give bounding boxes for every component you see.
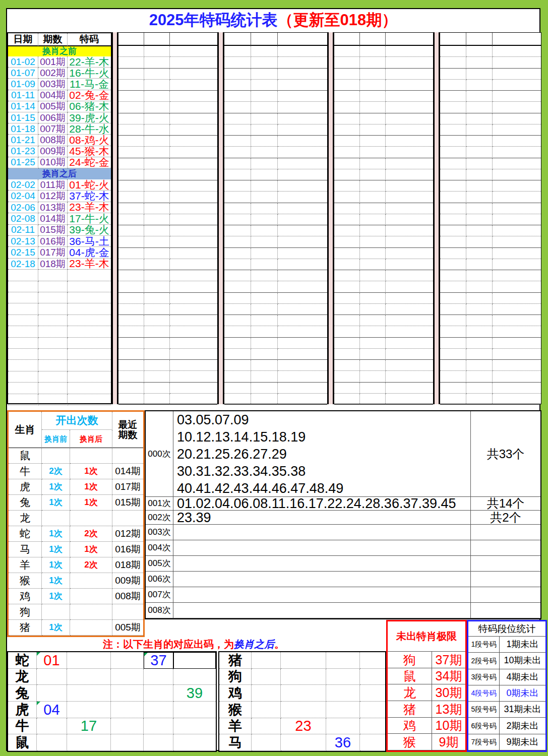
empty-grid-cell [278,360,327,371]
empty-grid-cell [251,80,278,91]
empty-grid-cell [386,113,433,124]
empty-grid-cell [493,124,541,136]
empty-grid-cell [386,203,433,214]
empty-grid-cell [493,113,541,124]
empty-grid-cell [493,203,541,214]
empty-grid-cell [144,304,170,315]
empty-grid-cell [440,304,466,315]
code-value-cell [173,718,216,735]
section-header-before: 换肖之前 [8,46,111,56]
empty-grid-cell [360,124,386,136]
empty-date-cell [8,303,38,314]
empty-code-cell [68,303,111,314]
empty-grid-cell [224,192,251,203]
empty-grid-cell [493,304,541,315]
numbers-cell [173,556,471,572]
empty-grid-cell [118,248,144,259]
empty-grid-cell [170,236,217,247]
empty-grid-cell [440,248,466,259]
total-cell [471,572,540,587]
empty-grid-cell [360,225,386,236]
empty-grid-cell [278,46,327,57]
date-cell: 01-21 [8,135,38,146]
recent-period-cell: 012期 [112,526,143,542]
special-code-cell: 06-猪-木 [68,101,111,112]
empty-code-cell [68,281,111,292]
empty-grid-cell [224,326,251,337]
zodiac-cell: 羊 [9,557,42,573]
period-cell: 004期 [38,90,68,101]
code-value-cell [144,669,173,685]
empty-grid-cell [224,349,251,360]
special-code-cell: 45-猴-木 [68,146,111,157]
empty-grid-cell [386,124,433,136]
count-label-cell: 000次 [146,411,173,497]
special-code-cell: 28-牛-水 [68,123,111,135]
empty-grid-cell [360,383,386,394]
empty-grid-cell [360,136,386,147]
empty-grid-cell [466,371,493,382]
empty-grid-cell [278,69,327,80]
empty-grid-cell [493,371,541,382]
empty-code-cell [68,349,111,360]
empty-grid-cell [118,315,144,326]
empty-grid-cell [334,371,360,382]
empty-grid-cell [386,80,433,91]
empty-grid-cell [466,236,493,247]
limit-periods-cell: 10期 [432,718,465,734]
after-col-header: 换肖后 [70,430,112,448]
empty-grid-cell [466,136,493,147]
empty-header-cell [466,33,493,46]
empty-grid-cell [251,349,278,360]
page-title: 2025年特码统计表（更新至018期） [7,9,539,31]
after-count-cell: 2次 [70,557,112,573]
empty-grid-cell [118,360,144,371]
empty-grid-cell [440,80,466,91]
segment-label-cell: 4段号码 [468,685,500,702]
empty-grid-cell [170,394,217,405]
count-label-cell: 007次 [146,587,173,603]
empty-grid-cell [440,124,466,136]
code-value-cell [252,734,281,751]
code-value-cell [326,685,360,702]
total-cell [471,587,540,603]
empty-grid-cell [334,147,360,158]
empty-grid-cell [224,147,251,158]
zodiac-cell: 马 [9,542,42,557]
empty-grid-cell [334,225,360,236]
empty-grid-cell [278,180,327,192]
date-cell: 02-02 [8,179,38,191]
title-main: 2025年特码统计表 [149,10,278,31]
empty-grid-cell [440,371,466,382]
empty-grid-cell [278,225,327,236]
note-prefix: 注：以下生肖的对应出码，为 [103,638,234,651]
empty-date-cell [8,371,38,383]
empty-grid-cell [440,136,466,147]
col-header-2: 特码 [68,33,111,46]
empty-period-cell [38,349,68,360]
empty-grid-cell [170,169,217,180]
after-count-cell: 2次 [70,526,112,542]
total-cell [471,556,540,572]
recent-period-cell: 016期 [112,542,143,557]
segment-value-cell: 31期未出 [500,702,545,718]
empty-grid-cell [278,281,327,292]
empty-grid-cell [386,293,433,304]
empty-grid-cell [386,225,433,236]
empty-grid-cell [334,281,360,292]
date-cell: 01-14 [8,101,38,112]
empty-grid-cell [118,180,144,192]
empty-grid-cell [386,315,433,326]
code-value-cell [173,669,216,685]
code-value-cell [67,652,111,669]
period-cell: 001期 [38,56,68,68]
code-value-cell [67,685,111,702]
empty-grid-cell [224,214,251,225]
zodiac-cell: 龙 [8,669,37,685]
empty-grid-cell [251,326,278,337]
code-value-cell [326,669,360,685]
empty-grid-cell [334,169,360,180]
empty-grid-cell [224,293,251,304]
empty-grid-cell [493,360,541,371]
empty-grid-cell [144,192,170,203]
